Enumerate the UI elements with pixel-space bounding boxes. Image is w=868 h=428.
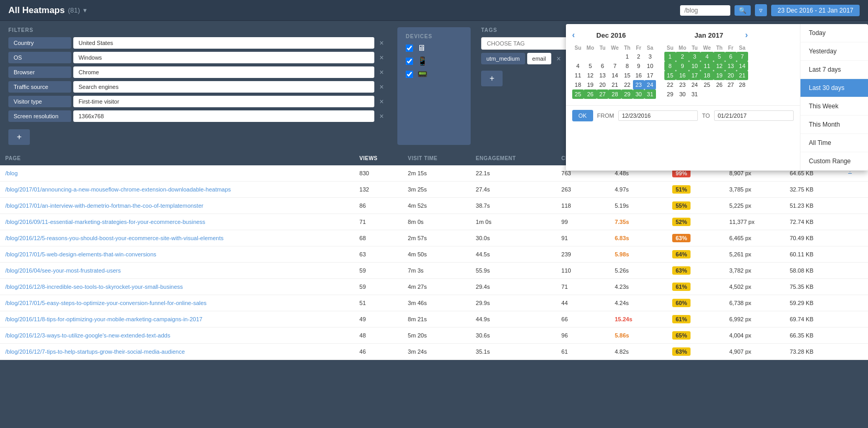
cal-day[interactable]: 17 bbox=[644, 71, 656, 80]
page-cell[interactable]: /blog/2016/12/5-reasons-you-should-boost… bbox=[0, 230, 354, 246]
cal-day[interactable]: 22 bbox=[621, 80, 633, 89]
cal-day[interactable]: 23 bbox=[633, 80, 644, 89]
cal-day[interactable]: 5 bbox=[714, 52, 725, 61]
cal-day[interactable]: 10 bbox=[644, 61, 656, 71]
cal-day[interactable]: 16 bbox=[633, 71, 644, 80]
cal-day[interactable]: 27 bbox=[725, 80, 737, 89]
cal-day[interactable]: 14 bbox=[608, 71, 621, 80]
cal-day[interactable]: 22 bbox=[664, 80, 676, 89]
page-cell[interactable]: /blog/2016/12/7-tips-to-help-startups-gr… bbox=[0, 344, 354, 360]
cal-day[interactable]: 31 bbox=[644, 89, 656, 99]
search-button[interactable]: 🔍 bbox=[735, 5, 751, 16]
cal-day[interactable]: 10 bbox=[689, 61, 700, 71]
cal-day[interactable]: 8 bbox=[621, 61, 633, 71]
cal-day[interactable]: 9 bbox=[676, 61, 689, 71]
cal-day[interactable]: 3 bbox=[689, 52, 700, 61]
cal-day[interactable]: 28 bbox=[737, 80, 748, 89]
filter-remove-btn[interactable]: × bbox=[376, 96, 387, 107]
to-date-input[interactable] bbox=[714, 110, 794, 121]
device-mobile-checkbox[interactable] bbox=[406, 71, 413, 78]
date-range-button[interactable]: 23 Dec 2016 - 21 Jan 2017 bbox=[771, 5, 860, 16]
cal-day[interactable]: 21 bbox=[737, 71, 748, 80]
cal-day[interactable]: 1 bbox=[621, 52, 633, 61]
device-desktop-checkbox[interactable] bbox=[406, 44, 413, 52]
cal-day[interactable]: 1 bbox=[664, 52, 676, 61]
cal-day[interactable]: 25 bbox=[572, 89, 584, 99]
device-tablet-checkbox[interactable] bbox=[406, 58, 413, 65]
cal-day[interactable]: 16 bbox=[676, 71, 689, 80]
page-cell[interactable]: /blog/2017/01/announcing-a-new-mouseflow… bbox=[0, 182, 354, 198]
cal-day[interactable]: 25 bbox=[700, 80, 714, 89]
page-cell[interactable]: /blog/2017/01/an-interview-with-demetrio… bbox=[0, 198, 354, 214]
cal-day[interactable]: 8 bbox=[664, 61, 676, 71]
filter-remove-btn[interactable]: × bbox=[376, 111, 387, 121]
cal-day[interactable]: 7 bbox=[608, 61, 621, 71]
cal-day[interactable]: 23 bbox=[676, 80, 689, 89]
cal-day[interactable]: 11 bbox=[700, 61, 714, 71]
quick-range-item[interactable]: This Week bbox=[800, 97, 868, 116]
filter-remove-btn[interactable]: × bbox=[376, 38, 387, 48]
page-cell[interactable]: /blog/2016/12/3-ways-to-utilize-google's… bbox=[0, 328, 354, 344]
cal-day[interactable]: 19 bbox=[584, 80, 597, 89]
cal-day[interactable]: 5 bbox=[584, 61, 597, 71]
cal-day[interactable]: 20 bbox=[597, 80, 608, 89]
quick-range-item[interactable]: Custom Range bbox=[800, 152, 868, 171]
table-header-cell[interactable]: VIEWS bbox=[354, 151, 403, 165]
cal-day[interactable]: 26 bbox=[714, 80, 725, 89]
cal-day[interactable]: 4 bbox=[572, 61, 584, 71]
add-tag-button[interactable]: + bbox=[481, 71, 503, 86]
cal-day[interactable]: 12 bbox=[714, 61, 725, 71]
cal-day[interactable]: 7 bbox=[737, 52, 748, 61]
table-header-cell[interactable]: PAGE bbox=[0, 151, 354, 165]
cal-day[interactable]: 30 bbox=[676, 89, 689, 99]
cal-day[interactable]: 28 bbox=[608, 89, 621, 99]
page-cell[interactable]: /blog/2016/04/see-your-most-frustrated-u… bbox=[0, 263, 354, 279]
table-header-cell[interactable]: ENGAGEMENT bbox=[471, 151, 557, 165]
page-cell[interactable]: /blog/2016/11/8-tips-for-optimizing-your… bbox=[0, 311, 354, 328]
cal-day[interactable]: 29 bbox=[664, 89, 676, 99]
tag-remove-btn[interactable]: × bbox=[553, 53, 564, 64]
quick-range-item[interactable]: All Time bbox=[800, 134, 868, 152]
cal-day[interactable]: 9 bbox=[633, 61, 644, 71]
cal-day[interactable]: 18 bbox=[572, 80, 584, 89]
cal-day[interactable]: 17 bbox=[689, 71, 700, 80]
page-cell[interactable]: /blog/2017/01/5-web-design-elements-that… bbox=[0, 246, 354, 263]
cal-day[interactable]: 31 bbox=[689, 89, 700, 99]
cal-day[interactable]: 6 bbox=[597, 61, 608, 71]
page-cell[interactable]: /blog bbox=[0, 165, 354, 182]
filter-button[interactable]: ▿ bbox=[755, 4, 767, 16]
cal-day[interactable]: 24 bbox=[644, 80, 656, 89]
quick-range-item[interactable]: This Month bbox=[800, 116, 868, 134]
cal-day[interactable]: 6 bbox=[725, 52, 737, 61]
page-cell[interactable]: /blog/2016/09/11-essential-marketing-str… bbox=[0, 214, 354, 230]
page-cell[interactable]: /blog/2017/01/5-easy-steps-to-optimize-y… bbox=[0, 295, 354, 311]
cal-day[interactable]: 12 bbox=[584, 71, 597, 80]
calendar-ok-button[interactable]: OK bbox=[572, 110, 593, 121]
page-cell[interactable]: /blog/2016/12/8-incredible-seo-tools-to-… bbox=[0, 279, 354, 295]
quick-range-item[interactable]: Today bbox=[800, 24, 868, 42]
filter-remove-btn[interactable]: × bbox=[376, 52, 387, 63]
next-month-btn[interactable]: › bbox=[745, 30, 748, 40]
cal-day[interactable]: 21 bbox=[608, 80, 621, 89]
cal-day[interactable]: 18 bbox=[700, 71, 714, 80]
add-filter-button[interactable]: + bbox=[8, 129, 30, 145]
cal-day[interactable]: 2 bbox=[633, 52, 644, 61]
filter-remove-btn[interactable]: × bbox=[376, 82, 387, 92]
cal-day[interactable]: 13 bbox=[725, 61, 737, 71]
from-date-input[interactable] bbox=[618, 110, 698, 121]
cal-day[interactable]: 30 bbox=[633, 89, 644, 99]
cal-day[interactable]: 29 bbox=[621, 89, 633, 99]
quick-range-item[interactable]: Last 30 days bbox=[800, 79, 868, 97]
share-icon[interactable]: ∸ bbox=[848, 170, 852, 176]
cal-day[interactable]: 15 bbox=[621, 71, 633, 80]
cal-day[interactable]: 2 bbox=[676, 52, 689, 61]
filter-remove-btn[interactable]: × bbox=[376, 67, 387, 77]
cal-day[interactable]: 20 bbox=[725, 71, 737, 80]
cal-day[interactable]: 24 bbox=[689, 80, 700, 89]
table-header-cell[interactable]: VISIT TIME bbox=[403, 151, 471, 165]
prev-month-btn[interactable]: ‹ bbox=[572, 30, 575, 40]
cal-day[interactable]: 14 bbox=[737, 61, 748, 71]
cal-day[interactable]: 26 bbox=[584, 89, 597, 99]
cal-day[interactable]: 27 bbox=[597, 89, 608, 99]
quick-range-item[interactable]: Yesterday bbox=[800, 42, 868, 61]
